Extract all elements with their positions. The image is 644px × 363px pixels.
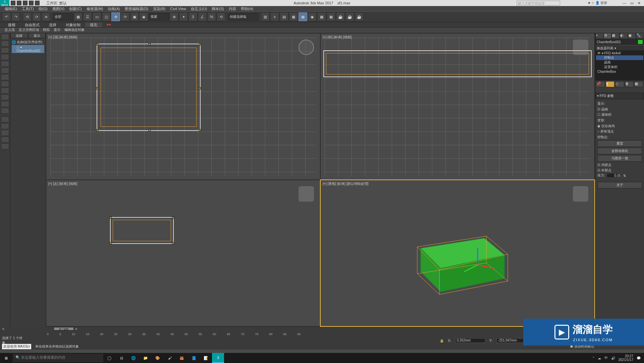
start-button[interactable]: ⊞: [0, 353, 12, 363]
taskbar-cortana-icon[interactable]: ⊟: [115, 353, 127, 363]
curve-editor-button[interactable]: ▦: [289, 12, 298, 21]
rollout-ffd-params[interactable]: ▾ FFD 参数: [595, 93, 644, 99]
menu-create[interactable]: 创建(C): [67, 6, 84, 11]
viewcube-persp-icon[interactable]: [573, 186, 588, 202]
left-tool-17[interactable]: [1, 143, 9, 149]
taskbar-explorer-icon[interactable]: 📁: [140, 353, 152, 363]
menu-group[interactable]: 组(G): [37, 6, 50, 11]
pivot-button[interactable]: ⊕: [170, 12, 178, 21]
btn-conform[interactable]: 与图形一致: [597, 155, 642, 162]
left-tool-8[interactable]: [1, 81, 9, 87]
render-setup-button[interactable]: ▦: [317, 12, 326, 21]
left-tool-12[interactable]: [1, 108, 9, 114]
ribbon-tab-modeling[interactable]: 建模: [3, 22, 20, 27]
taskbar-app2-icon[interactable]: 🖌: [164, 353, 176, 363]
stack-pin-button[interactable]: 📌: [596, 81, 605, 87]
cmd-tab-modify[interactable]: ◔: [603, 33, 611, 39]
cmd-tab-hierarchy[interactable]: ▦: [611, 33, 620, 39]
tray-volume-icon[interactable]: 🔊: [611, 356, 615, 360]
link-button[interactable]: ⟲: [23, 12, 32, 21]
chk-inside[interactable]: ☑ 内部点: [597, 162, 642, 168]
viewport-top-label[interactable]: [+] [顶] [标准] [线框]: [48, 35, 77, 40]
chk-source[interactable]: ☐ 源体积: [597, 112, 642, 117]
left-tool-10[interactable]: [1, 94, 9, 100]
ribbon-tab-selection[interactable]: 选择: [44, 22, 61, 27]
object-name-field[interactable]: ChamferBox001: [597, 40, 621, 44]
menu-help[interactable]: 帮助(H): [239, 6, 255, 11]
menu-content[interactable]: 内容: [227, 6, 238, 11]
tray-up-icon[interactable]: ˄: [593, 356, 594, 360]
select-move-button[interactable]: ✥: [111, 12, 120, 21]
left-tool-4[interactable]: [1, 54, 9, 60]
select-rotate-button[interactable]: ⟳: [121, 12, 129, 21]
left-tool-6[interactable]: [1, 67, 9, 73]
radio-in-volume[interactable]: ◉ 仅在体内: [597, 123, 642, 129]
render-frame-button[interactable]: ▦: [327, 12, 335, 21]
spinner-arrows-icon[interactable]: ⇅: [623, 174, 626, 177]
mod-ffd[interactable]: 👁 ▾ FFD 4x4x4: [596, 51, 643, 55]
scene-col-display[interactable]: 显示: [28, 33, 46, 38]
cmd-tab-motion[interactable]: ◐: [620, 33, 628, 39]
tray-clock[interactable]: 20:272021/1/17: [619, 354, 634, 362]
chk-lattice[interactable]: ☑ 晶格: [597, 107, 642, 112]
menu-edit[interactable]: 编辑(E): [3, 6, 19, 11]
qat-new-icon[interactable]: [11, 1, 15, 5]
btn-animate-all[interactable]: 全部动画化: [597, 148, 642, 154]
manipulate-button[interactable]: ✦: [179, 12, 188, 21]
mirror-button[interactable]: ▥: [261, 12, 270, 21]
mod-sub-controlpoints[interactable]: 控制点: [596, 55, 643, 60]
taskbar-app3-icon[interactable]: 📘: [188, 353, 200, 363]
redo-button[interactable]: ↷: [11, 12, 20, 21]
taskbar-3dsmax-icon[interactable]: 3: [212, 353, 224, 363]
left-tool-9[interactable]: [1, 88, 9, 94]
ribbon-record-icon[interactable]: ●▾: [102, 22, 116, 27]
viewport-top[interactable]: [+] [顶] [标准] [线框]: [46, 34, 320, 179]
taskbar-app1-icon[interactable]: 🎨: [152, 353, 164, 363]
layers-button[interactable]: ▤: [280, 12, 288, 21]
menu-tools[interactable]: 工具(T): [20, 6, 36, 11]
left-tool-3[interactable]: [1, 47, 9, 53]
qat-undo-icon[interactable]: [29, 1, 34, 5]
viewport-left[interactable]: [+] [左] [标准] [线框]: [46, 180, 320, 326]
object-perspective[interactable]: [397, 214, 518, 295]
mod-sub-lattice[interactable]: 晶格: [596, 60, 643, 65]
select-name-button[interactable]: ☰: [83, 12, 92, 21]
minimize-button[interactable]: —: [623, 1, 626, 5]
ref-coord-dropdown[interactable]: 视窗: [149, 13, 169, 20]
mod-base-chamferbox[interactable]: ChamferBox: [596, 69, 643, 74]
menu-graph-editors[interactable]: 图形编辑器(D): [123, 6, 150, 11]
modifier-stack[interactable]: 👁 ▾ FFD 4x4x4 控制点 晶格 设置体积 ChamferBox: [595, 50, 644, 81]
btn-reset[interactable]: 重置: [597, 140, 642, 147]
subribbon-flow[interactable]: 定义流: [3, 28, 17, 33]
timeslider-prev-icon[interactable]: <: [0, 327, 7, 331]
left-tool-1[interactable]: [1, 34, 9, 40]
scene-col-select[interactable]: 选择: [10, 33, 28, 38]
placement-button[interactable]: ◉: [140, 12, 148, 21]
stack-show-button[interactable]: ▮: [606, 81, 615, 87]
menu-modifiers[interactable]: 修改器(M): [85, 6, 105, 11]
ribbon-tab-populate[interactable]: 填充: [85, 22, 102, 27]
viewport-front[interactable]: [+] [前] [标准] [线框]: [321, 34, 594, 179]
left-tool-15[interactable]: [1, 130, 9, 136]
object-wireframe-front[interactable]: [323, 50, 592, 77]
snap-toggle-button[interactable]: 3: [189, 12, 197, 21]
cmd-tab-create[interactable]: +: [595, 33, 603, 39]
chk-outside[interactable]: ☑ 外部点: [597, 168, 642, 173]
tray-ime-icon[interactable]: 中: [604, 356, 608, 360]
viewport-front-label[interactable]: [+] [前] [标准] [线框]: [323, 35, 352, 40]
angle-snap-button[interactable]: ∠: [198, 12, 207, 21]
object-wireframe-left[interactable]: [110, 217, 174, 244]
close-button[interactable]: ✕: [638, 1, 641, 5]
align-button[interactable]: ≡: [270, 12, 279, 21]
left-tool-7[interactable]: [1, 74, 9, 80]
render-prod-button[interactable]: ☕: [345, 12, 354, 21]
taskbar-app4-icon[interactable]: 📝: [200, 353, 212, 363]
left-tool-16[interactable]: [1, 137, 9, 143]
radio-all-verts[interactable]: ○ 所有顶点: [597, 129, 642, 134]
cmd-tab-display[interactable]: ▣: [628, 33, 636, 39]
scene-header[interactable]: 🌐 名称(按升序排序): [12, 40, 44, 45]
cmd-tab-utilities[interactable]: 🔧: [636, 33, 644, 39]
percent-snap-button[interactable]: %: [207, 12, 216, 21]
left-tool-2[interactable]: [1, 41, 9, 47]
menu-render[interactable]: 渲染(R): [151, 6, 167, 11]
